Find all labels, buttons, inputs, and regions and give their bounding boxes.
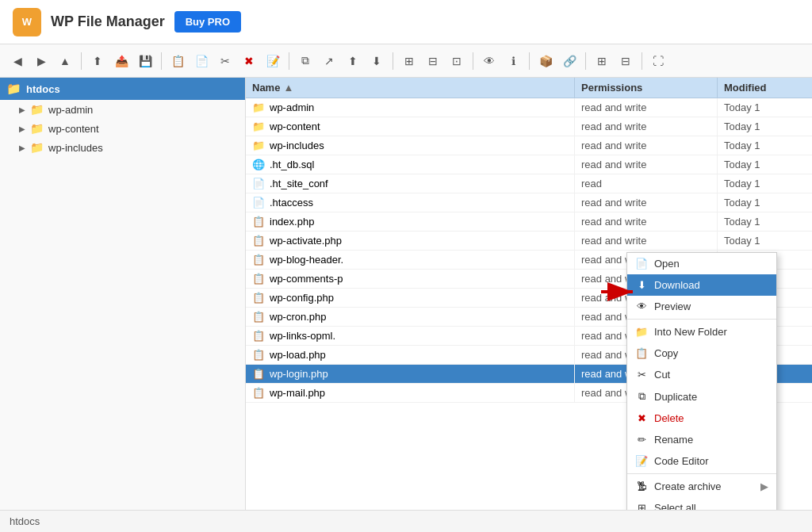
- file-name-cell: 📄 .htaccess: [246, 193, 574, 212]
- toolbar-upload2[interactable]: 📤: [110, 50, 132, 72]
- table-row[interactable]: 📄 .htaccess read and write Today 1: [246, 193, 812, 212]
- preview-icon: 👁: [635, 300, 648, 312]
- file-name: wp-mail.php: [270, 387, 325, 399]
- file-name-cell: 📋 wp-config.php: [246, 289, 574, 307]
- folder-move-icon: 📁: [635, 326, 648, 338]
- table-row[interactable]: 📁 wp-includes read and write Today 1: [246, 136, 812, 155]
- file-name: wp-activate.php: [270, 235, 342, 247]
- file-name-cell: 📋 wp-cron.php: [246, 308, 574, 326]
- col-modified-header[interactable]: Modified: [717, 78, 812, 98]
- col-name-label: Name: [252, 82, 280, 94]
- toolbar-up[interactable]: ▲: [54, 50, 76, 72]
- context-menu-code-editor-label: Code Editor: [654, 455, 709, 467]
- toolbar-fullscreen[interactable]: ⛶: [647, 50, 669, 72]
- file-permissions: read: [574, 174, 717, 193]
- toolbar-back[interactable]: ◀: [6, 50, 29, 72]
- toolbar-more2[interactable]: ⊟: [615, 50, 637, 72]
- php-icon: 📋: [252, 387, 265, 399]
- table-row[interactable]: 🌐 .ht_db.sql read and write Today 1: [246, 155, 812, 174]
- file-modified: Today 1: [717, 232, 812, 250]
- file-list-container: Name ▲ Permissions Modified 📁 wp-admin r…: [246, 78, 812, 510]
- toolbar-grid[interactable]: ⊞: [398, 50, 420, 72]
- sidebar-root-icon: 📁: [6, 82, 21, 96]
- context-menu-sep-1: [627, 319, 776, 320]
- file-permissions: read and write: [574, 193, 717, 212]
- rename-icon: ✏: [635, 434, 648, 446]
- table-row[interactable]: 📁 wp-admin read and write Today 1: [246, 98, 812, 117]
- toolbar-compress[interactable]: 📦: [534, 50, 557, 72]
- file-modified: Today 1: [717, 98, 812, 117]
- context-menu-create-archive[interactable]: 🗜 Create archive ▶: [627, 476, 776, 497]
- archive-icon: 🗜: [635, 480, 648, 492]
- buy-pro-button[interactable]: Buy PRO: [174, 11, 241, 33]
- context-menu-cut[interactable]: ✂ Cut: [627, 364, 776, 385]
- toolbar-sep-6: [529, 52, 530, 70]
- file-name-cell: 📁 wp-admin: [246, 98, 574, 117]
- toolbar-upload[interactable]: ⬆: [86, 50, 109, 72]
- folder-icon: 📁: [252, 121, 265, 132]
- table-row[interactable]: 📋 wp-activate.php read and write Today 1: [246, 232, 812, 251]
- toolbar-grid3[interactable]: ⊡: [446, 50, 468, 72]
- table-row[interactable]: 📁 wp-content read and write Today 1: [246, 117, 812, 136]
- toolbar-copy2[interactable]: ⧉: [294, 50, 316, 72]
- select-all-icon: ⊞: [635, 502, 648, 510]
- context-menu-code-editor[interactable]: 📝 Code Editor: [627, 450, 776, 472]
- toolbar-more[interactable]: ⊞: [591, 50, 613, 72]
- toolbar-save[interactable]: 💾: [134, 50, 156, 72]
- sort-icon: ▲: [283, 82, 293, 94]
- context-menu-preview[interactable]: 👁 Preview: [627, 296, 776, 317]
- sidebar-root[interactable]: 📁 htdocs: [0, 78, 245, 100]
- db-icon: 🌐: [252, 159, 265, 170]
- toolbar-forward[interactable]: ▶: [30, 50, 52, 72]
- file-name-cell: 📁 wp-content: [246, 117, 574, 136]
- context-menu-rename[interactable]: ✏ Rename: [627, 429, 776, 450]
- php-icon: 📋: [252, 273, 265, 285]
- context-menu-open-label: Open: [654, 258, 680, 270]
- toolbar-delete[interactable]: ✖: [238, 50, 260, 72]
- sidebar-item-wp-includes[interactable]: ▶ 📁 wp-includes: [0, 138, 245, 157]
- toolbar-rename[interactable]: 📝: [262, 50, 284, 72]
- duplicate-icon: ⧉: [635, 390, 648, 403]
- context-menu-rename-label: Rename: [654, 434, 693, 446]
- status-text: htdocs: [10, 515, 40, 527]
- sidebar-item-wp-admin[interactable]: ▶ 📁 wp-admin: [0, 100, 245, 119]
- toolbar-sep-3: [289, 52, 289, 70]
- toolbar-grid2[interactable]: ⊟: [422, 50, 444, 72]
- toolbar-sep-7: [585, 52, 586, 70]
- toolbar-extract[interactable]: ⬇: [366, 50, 388, 72]
- context-menu-copy[interactable]: 📋 Copy: [627, 343, 776, 364]
- file-name-cell: 📋 wp-mail.php: [246, 384, 574, 402]
- file-name-cell: 📋 wp-blog-header.: [246, 251, 574, 269]
- file-name: wp-config.php: [270, 292, 334, 304]
- context-menu-open[interactable]: 📄 Open: [627, 253, 776, 274]
- context-menu-into-new-folder[interactable]: 📁 Into New Folder: [627, 321, 776, 343]
- sidebar-folder-icon-wp-includes: 📁: [30, 141, 44, 154]
- toolbar-sep-4: [393, 52, 393, 70]
- toolbar-cut-icon[interactable]: ✂: [214, 50, 236, 72]
- context-menu-delete[interactable]: ✖ Delete: [627, 408, 776, 429]
- file-name: .ht_site_conf: [270, 178, 328, 189]
- file-name-cell: 📄 .ht_site_conf: [246, 174, 574, 193]
- toolbar-sep-1: [81, 52, 82, 70]
- toolbar-move[interactable]: ↗: [318, 50, 340, 72]
- col-name-header[interactable]: Name ▲: [246, 78, 574, 98]
- context-menu-select-all[interactable]: ⊞ Select all: [627, 497, 776, 510]
- toolbar-copy-icon[interactable]: 📋: [167, 50, 189, 72]
- toolbar-share[interactable]: 🔗: [558, 50, 580, 72]
- sidebar-arrow-wp-content: ▶: [19, 124, 25, 133]
- toolbar-action[interactable]: ⬆: [342, 50, 364, 72]
- file-name-cell: 📋 wp-activate.php: [246, 232, 574, 250]
- toolbar-paste-icon[interactable]: 📄: [190, 50, 213, 72]
- file-name: wp-blog-header.: [270, 254, 343, 266]
- context-menu: 📄 Open ⬇ Download 👁 Preview 📁 Into New F…: [626, 252, 777, 510]
- toolbar-view[interactable]: 👁: [478, 50, 500, 72]
- col-perms-header[interactable]: Permissions: [574, 78, 717, 98]
- sidebar-item-wp-content[interactable]: ▶ 📁 wp-content: [0, 119, 245, 138]
- toolbar: ◀ ▶ ▲ ⬆ 📤 💾 📋 📄 ✂ ✖ 📝 ⧉ ↗ ⬆ ⬇ ⊞ ⊟ ⊡ 👁 ℹ …: [0, 44, 812, 78]
- sidebar-label-wp-includes: wp-includes: [48, 142, 103, 154]
- table-row[interactable]: 📋 index.php read and write Today 1: [246, 212, 812, 232]
- table-row[interactable]: 📄 .ht_site_conf read Today 1: [246, 174, 812, 193]
- toolbar-info[interactable]: ℹ: [502, 50, 524, 72]
- context-menu-download[interactable]: ⬇ Download: [627, 274, 776, 296]
- context-menu-duplicate[interactable]: ⧉ Duplicate: [627, 385, 776, 408]
